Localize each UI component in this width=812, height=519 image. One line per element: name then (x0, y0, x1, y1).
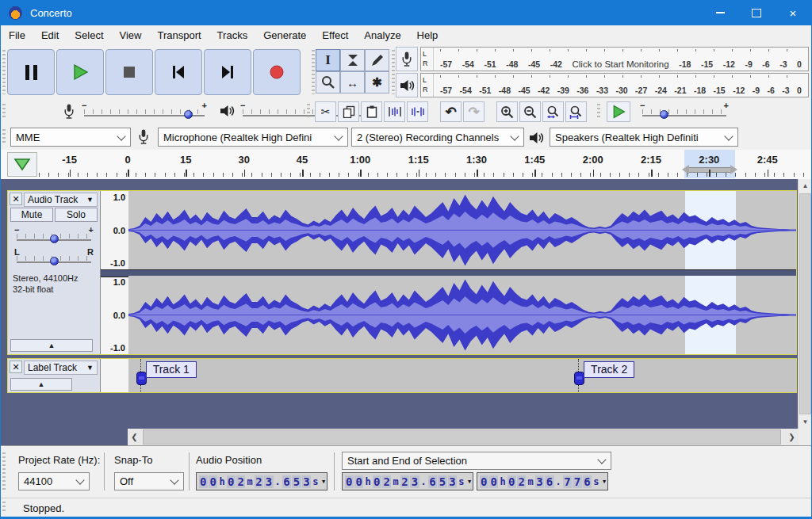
play-button[interactable] (56, 49, 104, 95)
time-digit[interactable]: s (458, 476, 465, 487)
skip-to-start-button[interactable] (155, 49, 202, 95)
slider-thumb[interactable] (50, 257, 59, 265)
close-button[interactable]: × (775, 0, 811, 25)
recording-channels-select[interactable]: 2 (Stereo) Recording Channels (351, 128, 524, 147)
menu-view[interactable]: View (112, 27, 150, 44)
redo-button[interactable]: ↷ (463, 101, 485, 122)
time-digit[interactable]: 6 (282, 475, 291, 488)
waveform-channel-right[interactable] (128, 276, 796, 354)
waveform-area[interactable] (128, 191, 796, 354)
time-digit[interactable]: 0 (489, 475, 498, 488)
time-digit[interactable]: 6 (428, 475, 437, 488)
gain-slider[interactable]: − + (14, 226, 94, 246)
copy-button[interactable] (338, 101, 359, 122)
time-digit[interactable]: m (246, 476, 254, 487)
label-text[interactable]: Track 2 (584, 361, 634, 378)
fit-selection-button[interactable] (542, 101, 564, 122)
record-button[interactable] (253, 49, 301, 95)
audio-track-close-button[interactable]: ✕ (10, 193, 22, 205)
toolbar-grip[interactable] (2, 104, 6, 120)
toolbar-grip[interactable] (597, 104, 600, 120)
menu-file[interactable]: File (1, 27, 33, 44)
dropdown-triangle-icon[interactable]: ▼ (322, 479, 325, 485)
time-digit[interactable]: . (554, 476, 562, 487)
toolbar-grip[interactable] (307, 104, 310, 120)
cut-button[interactable]: ✂ (315, 101, 336, 122)
undo-button[interactable]: ↶ (440, 101, 462, 122)
toolbar-grip[interactable] (392, 50, 395, 94)
snap-to-select[interactable]: Off (114, 472, 184, 490)
recording-meter-bar[interactable]: LR -57-54-51-48-45-42Click to Start Moni… (420, 47, 809, 71)
time-digit[interactable]: 0 (373, 475, 381, 488)
time-digit[interactable]: 2 (382, 475, 391, 488)
zoom-tool-button[interactable] (316, 71, 340, 93)
playback-device-select[interactable]: Speakers (Realtek High Definiti (550, 128, 738, 147)
time-digit[interactable]: h (218, 476, 226, 487)
time-digit[interactable]: 2 (255, 475, 263, 488)
playback-meter-bar[interactable]: LR -57-54-51-48-45-42-39-36-33-30-27-24-… (420, 73, 809, 97)
timeline-pin-button[interactable] (7, 152, 37, 177)
time-digit[interactable]: 7 (563, 475, 572, 488)
menu-effect[interactable]: Effect (314, 27, 356, 44)
multi-tool-button[interactable]: ✱ (365, 71, 389, 93)
time-digit[interactable]: 0 (354, 475, 363, 488)
time-digit[interactable]: 2 (400, 475, 409, 488)
label-track-close-button[interactable]: ✕ (10, 361, 22, 373)
waveform-channel-left[interactable] (128, 191, 796, 269)
time-digit[interactable]: 5 (438, 475, 446, 488)
time-digit[interactable]: . (274, 476, 282, 487)
toolbar-grip[interactable] (2, 452, 6, 492)
fit-project-button[interactable] (565, 101, 587, 122)
slider-thumb[interactable] (184, 110, 193, 119)
label-text[interactable]: Track 1 (146, 361, 197, 378)
time-digit[interactable]: h (499, 476, 507, 487)
time-digit[interactable]: h (364, 476, 372, 487)
time-digit[interactable]: 5 (292, 475, 301, 488)
time-digit[interactable]: m (527, 476, 534, 487)
time-digit[interactable]: . (419, 476, 427, 487)
label-track[interactable]: ✕ Label Track▼ ▲ Track 1Track 2 (7, 358, 797, 393)
time-digit[interactable]: 2 (517, 475, 526, 488)
pan-slider[interactable]: L R (14, 248, 94, 269)
horizontal-scrollbar-thumb[interactable] (143, 429, 781, 445)
selection-tool-button[interactable]: I (316, 49, 340, 71)
label-area[interactable]: Track 1Track 2 (128, 359, 796, 392)
audio-host-select[interactable]: MME (10, 128, 131, 147)
slider-thumb[interactable] (660, 110, 668, 119)
audio-track-collapse-button[interactable]: ▲ (10, 339, 93, 352)
play-at-speed-button[interactable] (607, 101, 630, 122)
menu-tracks[interactable]: Tracks (209, 27, 256, 44)
time-digit[interactable]: s (592, 476, 600, 487)
time-digit[interactable]: 0 (227, 475, 236, 488)
solo-button[interactable]: Solo (55, 208, 98, 222)
playback-meter-speaker-button[interactable] (396, 73, 418, 97)
timeline-ruler[interactable]: -1501530451:001:151:301:452:002:152:302:… (39, 150, 811, 179)
project-rate-select[interactable]: 44100 (18, 472, 90, 490)
menu-select[interactable]: Select (67, 27, 111, 44)
horizontal-scrollbar[interactable]: ❮ ❯ (128, 429, 799, 445)
selection-end-field[interactable]: 00h02m36.776s▼ (477, 472, 608, 490)
recording-volume-slider[interactable]: − + (82, 101, 207, 122)
dropdown-triangle-icon[interactable]: ▼ (468, 479, 471, 485)
trim-audio-button[interactable] (384, 101, 405, 122)
vertical-scrollbar-thumb[interactable] (799, 193, 811, 414)
toolbar-grip[interactable] (2, 502, 6, 513)
recording-meter[interactable]: LR -57-54-51-48-45-42Click to Start Moni… (396, 47, 809, 71)
dropdown-triangle-icon[interactable]: ▼ (603, 479, 606, 485)
stop-button[interactable] (105, 49, 153, 95)
recording-meter-mic-button[interactable] (396, 47, 418, 71)
playback-speed-slider[interactable]: − + (640, 101, 729, 122)
draw-tool-button[interactable] (365, 49, 389, 71)
menu-transport[interactable]: Transport (149, 27, 209, 44)
toolbar-grip[interactable] (2, 50, 6, 94)
audio-position-field[interactable]: 00h02m23.653s▼ (196, 472, 327, 490)
silence-audio-button[interactable] (407, 101, 428, 122)
time-shift-tool-button[interactable]: ↔ (340, 71, 365, 93)
recording-device-select[interactable]: Microphone (Realtek High Defini (158, 128, 348, 147)
label-track-collapse-button[interactable]: ▲ (10, 378, 72, 391)
menu-generate[interactable]: Generate (255, 27, 314, 44)
vertical-scrollbar[interactable]: ▲ ▼ (798, 179, 812, 429)
paste-button[interactable] (361, 101, 382, 122)
audio-track[interactable]: ✕ Audio Track▼ Mute Solo − + L R Stereo (7, 190, 797, 355)
menu-analyze[interactable]: Analyze (356, 27, 408, 44)
